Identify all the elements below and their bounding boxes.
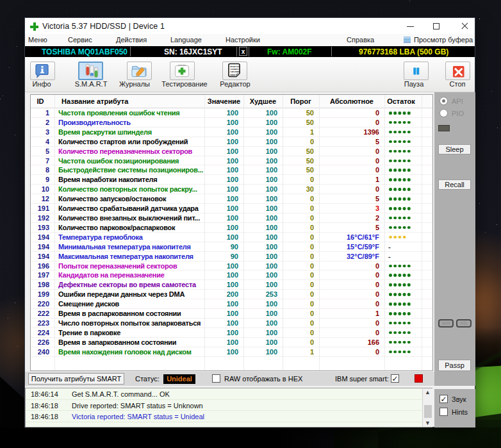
svg-text:0001: 0001 xyxy=(230,73,237,76)
